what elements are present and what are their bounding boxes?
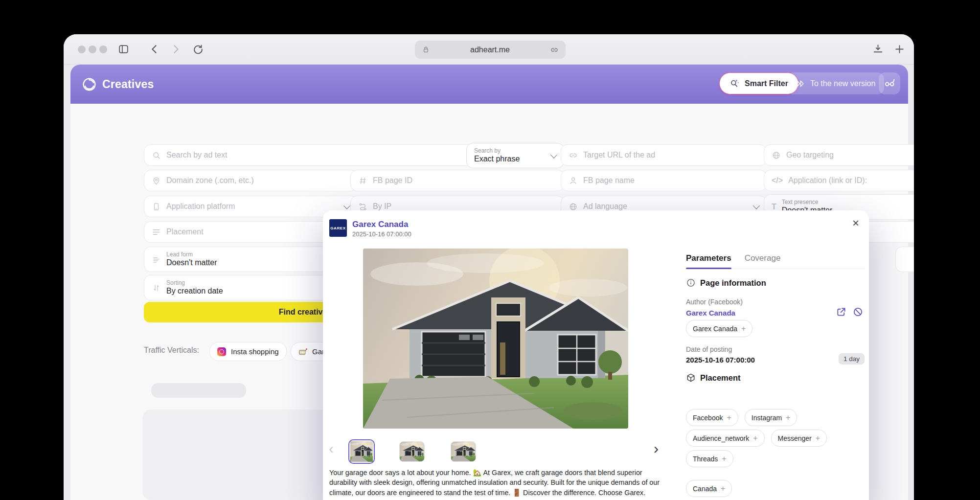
user-icon [569, 176, 578, 185]
thumbnails-prev-icon[interactable]: ‹ [329, 441, 334, 456]
forward-button[interactable] [170, 43, 182, 55]
thumbnail-3[interactable] [451, 441, 476, 462]
back-arrow-icon [148, 43, 160, 55]
reload-button[interactable] [192, 43, 204, 55]
page-title: Creatives [102, 78, 154, 91]
author-page-link[interactable]: Garex Canada [686, 309, 735, 317]
adheart-logo-icon [82, 77, 97, 92]
download-icon [872, 43, 884, 55]
page-information-header: Page information [686, 278, 766, 288]
placement-chip-row-2: Audience_network+ Messenger+ [686, 430, 827, 447]
author-chip[interactable]: Garex Canada+ [686, 320, 752, 337]
chevron-down-icon [550, 152, 557, 159]
link-icon [569, 151, 578, 160]
map-pin-icon [152, 176, 161, 185]
hash-icon [358, 176, 367, 185]
slot-machine-icon [298, 347, 307, 356]
sidebar-toggle-button[interactable] [117, 43, 130, 55]
ad-text: Your garage door says a lot about your h… [329, 468, 668, 498]
placement-chip-messenger[interactable]: Messenger+ [771, 430, 827, 447]
target-url-input[interactable]: Target URL of the ad [561, 144, 767, 166]
search-icon [152, 151, 161, 160]
lines-icon [152, 255, 161, 264]
age-badge: 1 day [839, 353, 865, 364]
placement-chip-instagram[interactable]: Instagram+ [745, 409, 798, 426]
cube-icon [686, 373, 696, 383]
chevron-down-icon [343, 203, 350, 209]
placement-chip-row-1: Facebook+ Instagram+ [686, 409, 797, 426]
geo-targeting-select[interactable]: Geo targeting [764, 144, 914, 166]
add-icon[interactable]: + [816, 434, 820, 442]
new-version-button[interactable]: To the new version [787, 72, 884, 94]
application-input[interactable]: </> Application (link or ID): [764, 170, 914, 191]
geo-chip-canada[interactable]: Canada+ [686, 480, 732, 497]
app-header: Creatives Smart Filter To the new versio… [70, 65, 908, 104]
placement-chip-row-3: Threads+ [686, 450, 733, 467]
smart-filter-label: Smart Filter [745, 79, 788, 88]
traffic-light-zoom[interactable] [99, 45, 107, 53]
mobile-icon [152, 202, 161, 211]
forward-arrow-icon [170, 43, 182, 55]
date-of-posting-value: 2025-10-16 07:00:00 [686, 356, 755, 364]
new-tab-button[interactable] [893, 43, 906, 55]
traffic-light-minimize[interactable] [89, 45, 96, 53]
modal-tabs: Parameters Coverage [686, 253, 865, 269]
tab-coverage[interactable]: Coverage [745, 253, 781, 263]
thumbnails-next-icon[interactable]: › [654, 441, 659, 456]
fb-page-id-input[interactable]: FB page ID [350, 170, 564, 191]
tab-parameters[interactable]: Parameters [686, 253, 731, 263]
globe-icon [772, 151, 781, 160]
assistant-bot-button[interactable] [879, 72, 900, 94]
code-icon: </> [772, 176, 783, 185]
traffic-verticals-label: Traffic Verticals: [144, 346, 199, 355]
right-edge-select[interactable] [895, 247, 914, 272]
skeleton-bar [151, 383, 246, 398]
sidebar-icon [117, 43, 130, 55]
back-button[interactable] [148, 43, 160, 55]
list-icon [152, 227, 161, 237]
domain-zone-input[interactable]: Domain zone (.com, etc.) [144, 170, 357, 191]
link-icon [550, 45, 559, 54]
vertical-chip-insta-shopping[interactable]: Insta shopping [209, 342, 287, 361]
route-icon [358, 202, 367, 211]
add-icon[interactable]: + [786, 414, 790, 422]
new-version-label: To the new version [810, 79, 875, 88]
info-icon [686, 278, 696, 288]
fast-forward-icon [796, 79, 805, 89]
placement-chip-audience-network[interactable]: Audience_network+ [686, 430, 765, 447]
magic-search-icon [729, 78, 740, 89]
language-globe-icon [569, 202, 578, 211]
geo-chip-row: Canada+ [686, 480, 732, 497]
add-icon[interactable]: + [727, 414, 731, 422]
thumbnail-2[interactable] [399, 441, 425, 462]
browser-window: adheart.me Creatives Smart Filter [64, 34, 914, 500]
ban-icon[interactable] [852, 306, 864, 318]
thumbnail-1-selected[interactable] [348, 439, 375, 464]
screenshot-stage: adheart.me Creatives Smart Filter [0, 0, 980, 500]
add-icon[interactable]: + [721, 485, 725, 493]
sort-icon [152, 283, 161, 293]
browser-chrome: adheart.me [64, 34, 914, 65]
lock-icon [422, 45, 430, 54]
author-label: Author (Facebook) [686, 298, 743, 306]
search-by-select[interactable]: Search by Exact phrase [466, 143, 564, 168]
add-icon[interactable]: + [753, 434, 757, 442]
add-icon[interactable]: + [741, 325, 746, 333]
advertiser-logo: GAREX [329, 219, 347, 237]
author-chip-row: Garex Canada+ [686, 320, 752, 337]
fb-page-name-input[interactable]: FB page name [561, 170, 767, 191]
bot-icon [884, 77, 896, 90]
address-bar[interactable]: adheart.me [415, 41, 566, 59]
placement-chip-facebook[interactable]: Facebook+ [686, 409, 738, 426]
advertiser-name-link[interactable]: Garex Canada [352, 220, 408, 229]
instagram-icon [217, 347, 226, 356]
placement-header: Placement [686, 373, 741, 383]
traffic-light-close[interactable] [78, 45, 86, 53]
add-icon[interactable]: + [722, 455, 726, 463]
downloads-button[interactable] [872, 43, 884, 55]
brand: Creatives [82, 77, 154, 92]
placement-chip-threads[interactable]: Threads+ [686, 450, 733, 467]
plus-icon [893, 43, 906, 55]
url-text: adheart.me [430, 45, 550, 54]
external-link-icon[interactable] [836, 306, 847, 318]
